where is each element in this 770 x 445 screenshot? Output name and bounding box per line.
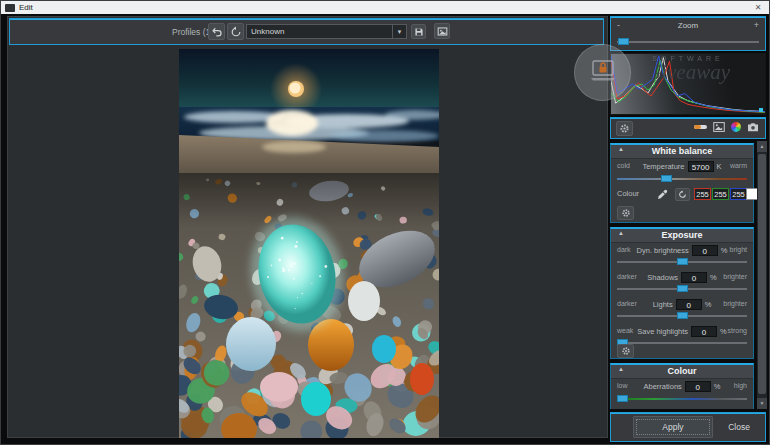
save-highlights-label: Save highlights [637, 327, 688, 336]
green-value-input[interactable]: 255 [712, 188, 729, 200]
colour-header[interactable]: ▲ Colour [611, 365, 753, 379]
shadows-slider-handle[interactable] [677, 285, 688, 292]
lights-input[interactable]: 0 [676, 299, 702, 310]
lights-label: Lights [653, 300, 673, 309]
dyn-brightness-input[interactable]: 0 [692, 245, 718, 256]
close-window-icon[interactable]: ✕ [751, 3, 765, 12]
aberrations-slider-track[interactable] [617, 395, 747, 402]
folder-image-icon [437, 26, 448, 37]
reset-button[interactable] [227, 23, 244, 40]
white-balance-panel: ▲ White balance cold Temperature 5700 K … [610, 143, 754, 223]
blue-value-input[interactable]: 255 [730, 188, 747, 200]
gear-icon [621, 208, 631, 218]
profiles-label: Profiles (1) [172, 27, 213, 37]
colour-row-label: Colour [617, 189, 639, 198]
temperature-slider-handle[interactable] [661, 175, 672, 182]
histogram-clip-marker [759, 108, 763, 112]
aberrations-input[interactable]: 0 [685, 381, 711, 392]
unit-label: % [714, 382, 721, 391]
exposure-warning-icon[interactable] [694, 124, 707, 130]
actions-row: Apply Close [610, 412, 766, 442]
camera-icon[interactable] [747, 122, 759, 132]
dyn-brightness-slider-handle[interactable] [677, 258, 688, 265]
lights-slider-handle[interactable] [677, 312, 688, 319]
scrollbar-thumb[interactable] [758, 154, 766, 394]
reset-circular-arrow-icon [230, 26, 242, 38]
adjustments-sidebar: - Zoom + SOFTWARE Giveaway [610, 16, 767, 444]
zoom-panel: - Zoom + [610, 16, 766, 51]
adjustment-panels-area: ▲ White balance cold Temperature 5700 K … [610, 141, 767, 409]
histogram: SOFTWARE Giveaway [610, 53, 766, 115]
colour-panel: ▲ Colour low Aberrations 0 % high [610, 363, 754, 409]
edit-window: Edit ✕ Profiles (1) Unknown ▼ [0, 0, 770, 445]
photo-preview[interactable] [179, 49, 439, 438]
floppy-disk-icon [414, 27, 424, 37]
preview-canvas: Profiles (1) Unknown ▼ [7, 16, 608, 438]
temperature-label: Temperature [642, 162, 684, 171]
shadows-label: Shadows [647, 273, 678, 282]
zoom-title: Zoom [611, 21, 765, 30]
unit-label: % [710, 273, 717, 282]
wb-reset-button[interactable] [675, 188, 690, 201]
close-button[interactable]: Close [713, 422, 765, 432]
exposure-panel: ▲ Exposure dark Dyn. brightness 0 % brig… [610, 227, 754, 359]
watermark-text-giveaway: Giveaway [611, 60, 765, 85]
panel-title: Exposure [611, 230, 753, 240]
scroll-up-arrow[interactable]: ▲ [757, 141, 767, 152]
photo-scene [179, 49, 439, 438]
profile-select[interactable]: Unknown ▼ [246, 24, 407, 39]
exposure-settings-button[interactable] [617, 344, 634, 358]
panels-scrollbar[interactable]: ▲ ▼ [757, 141, 767, 409]
zoom-in-button[interactable]: + [754, 20, 759, 30]
export-image-button[interactable] [434, 23, 450, 39]
display-tools-row [610, 117, 766, 139]
reset-circular-arrow-icon [678, 190, 687, 199]
undo-icon [211, 26, 223, 38]
gear-icon [619, 123, 630, 134]
lights-slider-track[interactable] [617, 312, 747, 319]
chevron-down-icon[interactable]: ▼ [392, 25, 406, 38]
dyn-brightness-slider-track[interactable] [617, 258, 747, 265]
unit-label: % [721, 246, 728, 255]
scroll-down-arrow[interactable]: ▼ [757, 398, 767, 409]
slider-max-label: brighter [723, 300, 747, 307]
temperature-input[interactable]: 5700 [688, 161, 714, 172]
laptop-lock-icon [589, 58, 617, 86]
panel-title: Colour [611, 366, 753, 376]
color-wheel-icon[interactable] [731, 122, 741, 132]
profile-selected-value: Unknown [247, 27, 392, 36]
gear-icon [621, 346, 631, 356]
undo-button[interactable] [208, 23, 225, 40]
dyn-brightness-label: Dyn. brightness [637, 246, 689, 255]
aberrations-slider-handle[interactable] [617, 395, 628, 402]
unit-label: % [720, 327, 727, 336]
window-title: Edit [19, 3, 33, 12]
zoom-slider-handle[interactable] [618, 38, 629, 45]
zoom-slider-track[interactable] [617, 38, 759, 45]
slider-max-label: high [734, 382, 747, 389]
image-preview-icon[interactable] [713, 122, 725, 132]
eyedropper-icon[interactable] [657, 189, 668, 200]
slider-max-label: brighter [723, 273, 747, 280]
panel-title: White balance [611, 146, 753, 156]
white-balance-header[interactable]: ▲ White balance [611, 145, 753, 159]
temperature-unit: K [717, 162, 722, 171]
app-icon [5, 4, 15, 12]
title-bar: Edit ✕ [1, 1, 769, 14]
watermark-logo [574, 44, 631, 101]
red-value-input[interactable]: 255 [694, 188, 711, 200]
temperature-slider-track[interactable] [617, 175, 747, 182]
histogram-settings-button[interactable] [616, 121, 633, 136]
shadows-input[interactable]: 0 [681, 272, 707, 283]
exposure-header[interactable]: ▲ Exposure [611, 229, 753, 243]
apply-button[interactable]: Apply [633, 416, 713, 438]
wb-settings-button[interactable] [617, 206, 634, 220]
aberrations-label: Aberrations [643, 382, 681, 391]
unit-label: % [705, 300, 712, 309]
save-profile-button[interactable] [411, 24, 426, 39]
slider-max-label: strong [728, 327, 747, 334]
save-highlights-slider-track[interactable] [617, 339, 747, 346]
profiles-toolbar: Profiles (1) Unknown ▼ [9, 18, 604, 45]
save-highlights-input[interactable]: 0 [691, 326, 717, 337]
shadows-slider-track[interactable] [617, 285, 747, 292]
